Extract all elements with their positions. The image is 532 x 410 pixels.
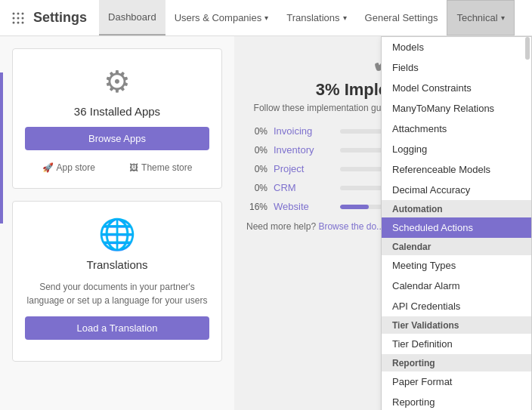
rocket-icon: 🚀 <box>42 162 54 173</box>
main-content: ⚙ 36 Installed Apps Browse Apps 🚀 App st… <box>0 36 532 410</box>
dropdown-section: Reporting <box>382 354 531 371</box>
theme-store-label: Theme store <box>141 162 192 173</box>
globe-icon: 🌐 <box>25 217 209 252</box>
progress-pct: 0% <box>246 183 268 193</box>
dropdown-item[interactable]: Decimal Accuracy <box>382 180 531 200</box>
dropdown-item[interactable]: Calendar Alarm <box>382 276 531 296</box>
svg-point-1 <box>17 12 20 14</box>
help-link[interactable]: Browse the do... <box>318 221 384 232</box>
nav-label-dashboard: Dashboard <box>108 11 156 23</box>
svg-point-5 <box>22 17 24 19</box>
dropdown-item[interactable]: Model Constraints <box>382 78 531 98</box>
svg-point-0 <box>13 12 15 14</box>
nav-label-translations: Translations <box>286 12 339 23</box>
nav-item-technical[interactable]: Technical ▾ <box>447 0 514 35</box>
progress-bar-fill <box>340 205 369 209</box>
nav-item-dashboard[interactable]: Dashboard <box>99 0 165 35</box>
load-translation-button[interactable]: Load a Translation <box>25 316 209 340</box>
dropdown-item[interactable]: Scheduled Actions <box>382 217 531 238</box>
dropdown-item[interactable]: API Credentials <box>382 296 531 316</box>
nav-item-translations[interactable]: Translations ▾ <box>277 0 355 35</box>
apps-links: 🚀 App store 🖼 Theme store <box>25 162 209 173</box>
apps-title: 36 Installed Apps <box>25 105 209 118</box>
nav-item-general[interactable]: General Settings <box>356 0 447 35</box>
svg-point-8 <box>22 21 24 23</box>
dropdown-section: Calendar <box>382 238 531 255</box>
translations-desc: Send your documents in your partner's la… <box>25 280 209 307</box>
progress-pct: 0% <box>246 164 268 174</box>
nav-menu: Dashboard Users & Companies ▾ Translatio… <box>99 0 515 35</box>
svg-point-4 <box>17 17 20 19</box>
dropdown-item[interactable]: Reporting <box>382 392 531 410</box>
app-logo: Settings <box>33 10 87 26</box>
left-panel: ⚙ 36 Installed Apps Browse Apps 🚀 App st… <box>0 36 234 410</box>
progress-label[interactable]: Invoicing <box>274 125 334 137</box>
technical-dropdown: ModelsFieldsModel ConstraintsManyToMany … <box>381 36 532 410</box>
dropdown-item[interactable]: Fields <box>382 57 531 78</box>
progress-label[interactable]: Project <box>274 163 334 174</box>
app-store-label: App store <box>57 162 95 173</box>
grid-icon[interactable] <box>6 6 30 30</box>
caret-icon: ▾ <box>501 14 505 22</box>
svg-point-3 <box>13 17 15 19</box>
topnav: Settings Dashboard Users & Companies ▾ T… <box>0 0 532 36</box>
dropdown-item[interactable]: Attachments <box>382 119 531 139</box>
svg-point-2 <box>22 12 24 14</box>
caret-icon: ▾ <box>343 14 347 22</box>
browse-apps-button[interactable]: Browse Apps <box>25 127 209 150</box>
translations-card: 🌐 Translations Send your documents in yo… <box>12 201 222 362</box>
left-accent-bar <box>0 72 3 223</box>
dropdown-item[interactable]: Meeting Types <box>382 255 531 276</box>
theme-store-link[interactable]: 🖼 Theme store <box>129 162 192 173</box>
dropdown-item[interactable]: ManyToMany Relations <box>382 98 531 119</box>
dropdown-item[interactable]: Tier Definition <box>382 334 531 354</box>
svg-point-6 <box>13 21 15 23</box>
dropdown-item[interactable]: Referenceable Models <box>382 159 531 180</box>
svg-point-7 <box>17 21 20 23</box>
image-icon: 🖼 <box>129 162 138 173</box>
nav-item-users[interactable]: Users & Companies ▾ <box>165 0 278 35</box>
dropdown-item[interactable]: Logging <box>382 139 531 159</box>
progress-pct: 0% <box>246 126 268 137</box>
dropdown-section: Automation <box>382 200 531 217</box>
translations-title: Translations <box>25 258 209 271</box>
progress-label[interactable]: Inventory <box>274 144 334 156</box>
caret-icon: ▾ <box>264 14 268 22</box>
progress-label[interactable]: Website <box>274 201 334 212</box>
nav-label-technical: Technical <box>456 12 497 23</box>
dropdown-item[interactable]: Models <box>382 37 531 57</box>
nav-label-users: Users & Companies <box>175 12 262 23</box>
progress-pct: 0% <box>246 145 268 156</box>
progress-pct: 16% <box>246 202 268 212</box>
dropdown-item[interactable]: Paper Format <box>382 371 531 392</box>
apps-gear-icon: ⚙ <box>25 64 209 99</box>
app-store-link[interactable]: 🚀 App store <box>42 162 95 173</box>
progress-label[interactable]: CRM <box>274 182 334 193</box>
scrollbar-thumb <box>525 37 530 60</box>
apps-card: ⚙ 36 Installed Apps Browse Apps 🚀 App st… <box>12 48 222 189</box>
dropdown-section: Tier Validations <box>382 316 531 334</box>
nav-label-general: General Settings <box>365 12 438 23</box>
